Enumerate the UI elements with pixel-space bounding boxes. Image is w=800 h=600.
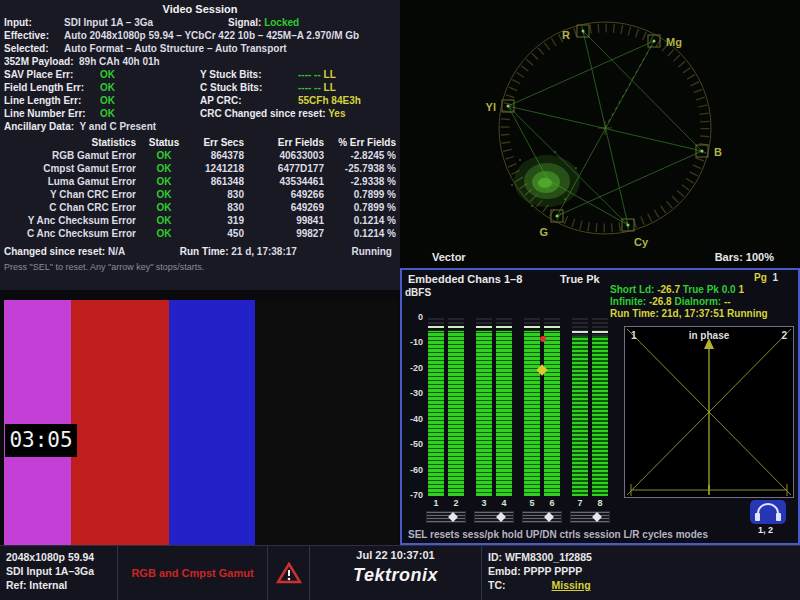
audio-mode: True Pk <box>560 273 600 285</box>
cstuck-value: LL <box>324 82 336 93</box>
stat-secs: 864378 <box>186 149 244 162</box>
stat-name: Y Chan CRC Error <box>4 188 142 201</box>
stat-pct: 0.7899 % <box>324 201 396 214</box>
stat-name: C Anc Checksum Error <box>4 227 142 240</box>
stat-pct: 0.1214 % <box>324 214 396 227</box>
selected-value: Auto Format – Auto Structure – Auto Tran… <box>64 43 287 54</box>
scale-tick: 0 <box>418 312 423 322</box>
audio-shortld-line: Short Ld: -26.7 True Pk 0.0 1 <box>610 284 794 296</box>
scale-tick: -20 <box>410 363 423 373</box>
stats-header: % Err Fields <box>324 136 396 149</box>
stat-secs: 830 <box>186 201 244 214</box>
statusbar-center: Jul 22 10:37:01 Tektronix <box>310 546 482 600</box>
channel-fader-7-8 <box>570 511 610 523</box>
audio-panel: Embedded Chans 1–8 True Pk dBFS Pg 1 Sho… <box>400 268 800 545</box>
stat-pct: 0.7899 % <box>324 188 396 201</box>
fader-handle <box>448 512 458 522</box>
picture-panel: 03:05 <box>0 290 400 545</box>
stats-row: C Chan CRC Error OK 830 649269 0.7899 % <box>4 201 396 214</box>
session-line-input: Input:SDI Input 1A – 3Ga Signal: Locked <box>4 16 396 29</box>
embd-status: Embd: PPPP PPPP <box>488 564 794 578</box>
fader-handle <box>544 512 554 522</box>
audio-infinite-line: Infinite: -26.8 Dialnorm: -- <box>610 296 794 308</box>
stat-pct: -25.7938 % <box>324 162 396 175</box>
phase-status-label: in phase <box>625 330 793 341</box>
vectorscope-display: R Mg B Cy G Yl <box>400 0 800 268</box>
wfm-monitor-screen: Video Session Input:SDI Input 1A – 3Ga S… <box>0 0 800 600</box>
vectorscope-panel: R Mg B Cy G Yl <box>400 0 800 268</box>
channel-number: 4 <box>496 498 512 508</box>
stats-row: Luma Gamut Error OK 861348 43534461 -2.9… <box>4 175 396 188</box>
level-meter-ch7 <box>572 318 588 496</box>
device-id: ID: WFM8300_1f2885 <box>488 550 794 564</box>
level-meter-ch4 <box>496 318 512 496</box>
stat-secs: 830 <box>186 188 244 201</box>
statusbar-ref: Ref: Internal <box>6 578 111 592</box>
stat-name: C Chan CRC Error <box>4 201 142 214</box>
scale-tick: -10 <box>410 337 423 347</box>
video-session-panel: Video Session Input:SDI Input 1A – 3Ga S… <box>0 0 400 290</box>
stat-status: OK <box>142 227 186 240</box>
stat-name: Cmpst Gamut Error <box>4 162 142 175</box>
session-line-payload: 352M Payload: 89h CAh 40h 01h <box>4 55 396 68</box>
session-line-linenum: Line Number Err:OK CRC Changed since res… <box>4 107 396 120</box>
ancillary-label: Ancillary Data: <box>4 121 74 132</box>
session-runtime: Run Time: 21 d, 17:38:17 <box>180 245 297 259</box>
scale-tick: -40 <box>410 414 423 424</box>
audio-title: Embedded Chans 1–8 <box>408 273 522 285</box>
sav-value: OK <box>100 69 115 80</box>
status-bar: 2048x1080p 59.94 SDI Input 1A–3Ga Ref: I… <box>0 545 800 600</box>
session-line-ancillary: Ancillary Data: Y and C Present <box>4 120 396 133</box>
stat-status: OK <box>142 175 186 188</box>
stat-fields: 6477D177 <box>244 162 324 175</box>
session-footer: Changed since reset: N/A Run Time: 21 d,… <box>4 245 396 259</box>
payload-label: 352M Payload: <box>4 56 73 67</box>
effective-label: Effective: <box>4 29 64 42</box>
payload-value: 89h CAh 40h 01h <box>79 56 160 67</box>
effective-value: Auto 2048x1080p 59.94 – YCbCr 422 10b – … <box>64 30 359 41</box>
stat-fields: 99841 <box>244 214 324 227</box>
phase-axis-1: 1 <box>631 330 637 341</box>
linelen-label: Line Length Err: <box>4 94 100 107</box>
stat-status: OK <box>142 214 186 227</box>
channel-number: 7 <box>572 498 588 508</box>
timecode-overlay: 03:05 <box>5 424 77 457</box>
warning-icon <box>276 561 302 585</box>
stat-fields: 649269 <box>244 201 324 214</box>
linenum-value: OK <box>100 108 115 119</box>
channel-fader-3-4 <box>474 511 514 523</box>
stats-header: Status <box>142 136 186 149</box>
crcchanged-label: CRC Changed since reset: <box>200 108 326 119</box>
statusbar-warning <box>268 546 310 600</box>
channel-number: 1 <box>428 498 444 508</box>
channel-number: 6 <box>544 498 560 508</box>
fader-handle <box>592 512 602 522</box>
stat-name: Y Anc Checksum Error <box>4 214 142 227</box>
target-label-g: G <box>539 226 548 238</box>
stat-secs: 1241218 <box>186 162 244 175</box>
stats-row: Y Anc Checksum Error OK 319 99841 0.1214… <box>4 214 396 227</box>
vector-mode-label: Vector <box>432 251 466 263</box>
stat-status: OK <box>142 162 186 175</box>
statusbar-input: SDI Input 1A–3Ga <box>6 564 111 578</box>
field-value: OK <box>100 82 115 93</box>
signal-value: Locked <box>264 17 299 28</box>
target-label-cy: Cy <box>634 236 649 248</box>
phase-plot <box>625 327 793 497</box>
scale-tick: -50 <box>410 439 423 449</box>
stat-secs: 861348 <box>186 175 244 188</box>
scale-tick: -60 <box>410 465 423 475</box>
statusbar-input-info: 2048x1080p 59.94 SDI Input 1A–3Ga Ref: I… <box>0 546 118 600</box>
color-bars <box>4 300 398 545</box>
stat-name: Luma Gamut Error <box>4 175 142 188</box>
stat-fields: 43534461 <box>244 175 324 188</box>
statusbar-alarm: RGB and Cmpst Gamut <box>118 546 268 600</box>
stat-name: RGB Gamut Error <box>4 149 142 162</box>
stats-header-row: Statistics Status Err Secs Err Fields % … <box>4 136 396 149</box>
session-state: Running <box>351 245 392 259</box>
fader-handle <box>496 512 506 522</box>
sav-label: SAV Place Err: <box>4 68 100 81</box>
statusbar-format: 2048x1080p 59.94 <box>6 550 111 564</box>
vector-trace-blob <box>511 151 580 207</box>
session-line-sav: SAV Place Err:OK Y Stuck Bits:---- -- LL <box>4 68 396 81</box>
